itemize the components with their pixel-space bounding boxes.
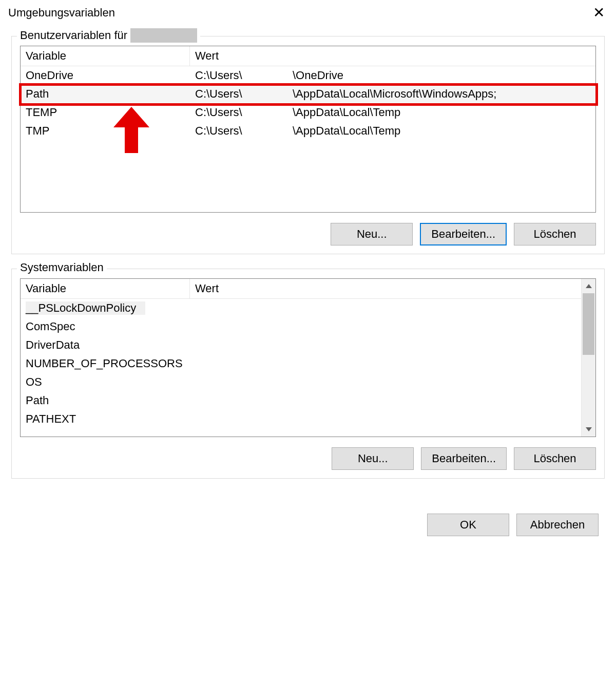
table-row[interactable]: ComSpec [21,317,581,336]
cell-variable: Path [21,86,190,102]
scrollbar[interactable] [581,279,595,437]
table-header: Variable Wert [21,46,595,66]
table-row[interactable]: TMPC:\Users\\AppData\Local\Temp [21,122,595,140]
cell-variable: Path [21,392,190,409]
scroll-thumb[interactable] [583,293,594,355]
col-value[interactable]: Wert [190,46,595,66]
cell-value [190,355,581,372]
table-row-partial [21,428,581,437]
system-edit-button[interactable]: Bearbeiten... [421,447,507,470]
user-variables-table[interactable]: Variable Wert OneDriveC:\Users\\OneDrive… [20,46,596,213]
ok-button[interactable]: OK [427,514,509,536]
scroll-track[interactable] [582,293,595,422]
system-rows: __PSLockDownPolicyComSpecDriverDataNUMBE… [21,299,581,437]
table-row[interactable]: __PSLockDownPolicy [21,299,581,317]
cell-variable: __PSLockDownPolicy [21,300,190,316]
dialog-footer: OK Abbrechen [0,498,616,546]
table-row[interactable]: Path [21,391,581,410]
system-variables-group: Systemvariablen Variable Wert __PSLockDo… [11,269,605,479]
cell-value [190,374,581,390]
table-row[interactable]: PATHEXT [21,410,581,428]
cell-variable: PATHEXT [21,411,190,427]
table-row[interactable]: PathC:\Users\\AppData\Local\Microsoft\Wi… [21,85,595,103]
cell-variable: OneDrive [21,67,190,84]
system-button-row: Neu... Bearbeiten... Löschen [20,447,596,470]
cell-value-prefix: C:\Users\ [190,104,287,121]
dialog-body: Benutzervariablen für Variable Wert OneD… [0,26,616,498]
table-header: Variable Wert [21,279,581,299]
table-row[interactable]: OS [21,373,581,391]
cell-variable: TEMP [21,104,190,121]
cell-value [190,411,581,427]
system-variables-table[interactable]: Variable Wert __PSLockDownPolicyComSpecD… [20,278,596,437]
user-variables-legend: Benutzervariablen für [17,28,200,43]
user-variables-group: Benutzervariablen für Variable Wert OneD… [11,36,605,254]
cell-value [190,392,581,409]
table-empty-area [21,140,595,212]
system-new-button[interactable]: Neu... [332,447,414,470]
cell-variable: NUMBER_OF_PROCESSORS [21,355,190,372]
table-row[interactable]: DriverData [21,336,581,354]
scroll-down-icon[interactable] [582,422,595,437]
user-edit-button[interactable]: Bearbeiten... [420,223,507,245]
user-new-button[interactable]: Neu... [331,223,413,245]
cell-value [190,318,581,335]
user-button-row: Neu... Bearbeiten... Löschen [20,223,596,245]
user-rows: OneDriveC:\Users\\OneDrivePathC:\Users\\… [21,66,595,140]
user-legend-text: Benutzervariablen für [20,29,127,42]
close-icon[interactable]: ✕ [588,4,610,22]
cancel-button[interactable]: Abbrechen [516,514,599,536]
cell-value [190,337,581,353]
cell-variable: TMP [21,123,190,139]
table-row[interactable]: OneDriveC:\Users\\OneDrive [21,66,595,85]
cell-variable: OS [21,374,190,390]
cell-value-suffix: \OneDrive [287,67,595,84]
cell-variable: DriverData [21,337,190,353]
titlebar: Umgebungsvariablen ✕ [0,0,616,26]
system-variables-legend: Systemvariablen [17,261,107,274]
user-delete-button[interactable]: Löschen [514,223,596,245]
col-variable[interactable]: Variable [21,279,190,298]
table-row[interactable]: TEMPC:\Users\\AppData\Local\Temp [21,103,595,122]
cell-value-suffix: \AppData\Local\Microsoft\WindowsApps; [287,86,595,102]
cell-value-suffix: \AppData\Local\Temp [287,123,595,139]
cell-value-suffix: \AppData\Local\Temp [287,104,595,121]
system-legend-text: Systemvariablen [20,261,104,274]
scroll-up-icon[interactable] [582,279,595,293]
window-title: Umgebungsvariablen [8,6,115,20]
cell-value [190,300,581,316]
cell-variable: ComSpec [21,318,190,335]
system-delete-button[interactable]: Löschen [514,447,596,470]
cell-value-prefix: C:\Users\ [190,86,287,102]
cell-value-prefix: C:\Users\ [190,123,287,139]
cell-value-prefix: C:\Users\ [190,67,287,84]
col-value[interactable]: Wert [190,279,581,298]
col-variable[interactable]: Variable [21,46,190,66]
redacted-username [130,28,197,43]
table-row[interactable]: NUMBER_OF_PROCESSORS [21,354,581,373]
